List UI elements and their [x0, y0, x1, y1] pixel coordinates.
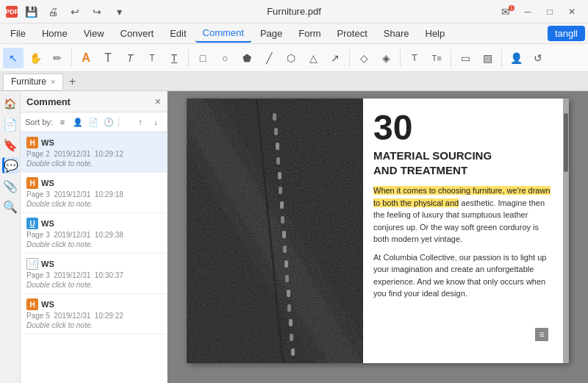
- menu-convert[interactable]: Convert: [113, 25, 162, 42]
- comment-row: H WS: [26, 177, 161, 189]
- line-tool[interactable]: ╱: [259, 48, 279, 68]
- sort-time-icon[interactable]: 🕐: [102, 115, 115, 129]
- pdf-heading: MATERIAL SOURCINGAND TREATMENT: [373, 148, 553, 177]
- app-icon: PDF: [6, 6, 18, 18]
- sort-page-icon[interactable]: 📄: [87, 115, 100, 129]
- quick-access-btn[interactable]: ▾: [110, 4, 128, 19]
- panel-header: Comment ×: [21, 91, 167, 112]
- comment-row: H WS: [26, 298, 161, 310]
- undo-btn[interactable]: ↩: [66, 4, 84, 19]
- search-sidebar-icon[interactable]: 🔍: [2, 198, 18, 215]
- menu-help[interactable]: Help: [418, 25, 453, 42]
- menu-home[interactable]: Home: [35, 25, 75, 42]
- highlight-text-tool[interactable]: A: [76, 48, 96, 68]
- hand-tool[interactable]: ✋: [25, 48, 46, 68]
- sep2: [188, 49, 189, 67]
- redo-btn[interactable]: ↪: [88, 4, 106, 19]
- tab-furniture[interactable]: Furniture ×: [3, 74, 63, 90]
- comment-item[interactable]: U WS Page 3 2019/12/31 10:29:38 Double c…: [21, 213, 167, 254]
- text-tool-3[interactable]: T: [142, 48, 162, 68]
- signature-tool[interactable]: 👤: [506, 48, 526, 68]
- comment-badge: H: [26, 298, 38, 310]
- attachment-icon[interactable]: 📎: [2, 178, 18, 194]
- menu-protect[interactable]: Protect: [330, 25, 375, 42]
- comment-badge: H: [26, 177, 38, 189]
- menu-edit[interactable]: Edit: [162, 25, 193, 42]
- comment-badge: 📄: [26, 258, 38, 270]
- comment-hint: Double click to note.: [26, 200, 161, 208]
- pages-icon[interactable]: 📄: [2, 116, 18, 132]
- sep1: [71, 49, 72, 67]
- comment-item[interactable]: H WS Page 3 2019/12/31 10:29:18 Double c…: [21, 173, 167, 213]
- menu-comment[interactable]: Comment: [196, 24, 251, 43]
- maximize-btn[interactable]: □: [539, 4, 560, 20]
- home-icon[interactable]: 🏠: [2, 96, 18, 112]
- export-up-btn[interactable]: ↑: [134, 115, 147, 129]
- comment-user: WS: [41, 219, 54, 228]
- text-tool-2[interactable]: T: [120, 48, 140, 68]
- ellipse-tool[interactable]: ○: [215, 48, 235, 68]
- rect-tool[interactable]: □: [193, 48, 213, 68]
- comment-item[interactable]: 📄 WS Page 3 2019/12/31 10:30:37 Double c…: [21, 254, 167, 294]
- edit-tool[interactable]: ✏: [47, 48, 68, 68]
- triangle-tool[interactable]: △: [303, 48, 323, 68]
- menu-form[interactable]: Form: [291, 25, 328, 42]
- pdf-content-area[interactable]: 30 MATERIAL SOURCINGAND TREATMENT When i…: [168, 91, 588, 383]
- comment-row: H WS: [26, 137, 161, 148]
- comment-hint: Double click to note.: [26, 240, 161, 248]
- callout-tool[interactable]: T≡: [426, 48, 447, 68]
- pdf-scroll-thumb[interactable]: [564, 113, 568, 172]
- comment-user: WS: [41, 179, 54, 187]
- sort-divider: [118, 117, 119, 127]
- tab-close-btn[interactable]: ×: [51, 77, 55, 86]
- bookmark-icon[interactable]: 🔖: [2, 137, 18, 153]
- measure-tool[interactable]: ▭: [455, 48, 476, 68]
- pdf-page-number: 30: [373, 110, 553, 146]
- hexagon-tool[interactable]: ⬡: [281, 48, 301, 68]
- user-button[interactable]: tangll: [548, 26, 585, 41]
- arrow-tool[interactable]: ↗: [325, 48, 345, 68]
- comment-icon[interactable]: 💬: [2, 157, 18, 173]
- comment-panel: Comment × Sort by: ≡ 👤 📄 🕐 ↑ ↓ H WS: [21, 91, 168, 383]
- typewriter-tool[interactable]: T: [404, 48, 425, 68]
- sort-list-icon[interactable]: ≡: [56, 115, 69, 129]
- comment-badge: H: [26, 137, 38, 148]
- rotate-tool[interactable]: ↺: [528, 48, 548, 68]
- email-icon[interactable]: ✉ 1: [495, 4, 516, 20]
- sort-user-icon[interactable]: 👤: [71, 115, 85, 129]
- text-tool-4[interactable]: T: [164, 48, 184, 68]
- tab-add-btn[interactable]: +: [65, 74, 79, 89]
- export-down-btn[interactable]: ↓: [149, 115, 162, 129]
- comment-item[interactable]: H WS Page 2 2019/12/31 10:29:12 Double c…: [21, 132, 167, 173]
- area-tool[interactable]: ▨: [477, 48, 498, 68]
- polygon-tool[interactable]: ⬟: [237, 48, 257, 68]
- close-btn[interactable]: ✕: [562, 4, 582, 20]
- menu-view[interactable]: View: [76, 25, 112, 42]
- comment-user: WS: [41, 138, 54, 147]
- diamond-tool[interactable]: ◇: [354, 48, 374, 68]
- panel-close-btn[interactable]: ×: [155, 96, 161, 107]
- menu-file[interactable]: File: [3, 25, 33, 42]
- save-btn[interactable]: 💾: [22, 4, 40, 19]
- pdf-scrollbar[interactable]: [563, 99, 569, 363]
- comment-badge: U: [26, 218, 38, 229]
- comment-hint: Double click to note.: [26, 160, 161, 168]
- comment-hint: Double click to note.: [26, 321, 161, 329]
- text-tool-1[interactable]: T: [98, 48, 118, 68]
- select-tool[interactable]: ↖: [3, 48, 24, 68]
- sort-label: Sort by:: [25, 118, 53, 126]
- minimize-btn[interactable]: ─: [517, 4, 538, 20]
- sort-bar: Sort by: ≡ 👤 📄 🕐 ↑ ↓: [21, 112, 167, 132]
- sep4: [400, 49, 401, 67]
- stamp-tool[interactable]: ◈: [376, 48, 396, 68]
- main-area: 🏠 📄 🔖 💬 📎 🔍 Comment × Sort by: ≡ 👤 📄 🕐 ↑…: [0, 91, 588, 383]
- menu-page[interactable]: Page: [253, 25, 290, 42]
- comment-item[interactable]: H WS Page 5 2019/12/31 10:29:22 Double c…: [21, 294, 167, 334]
- comment-hint: Double click to note.: [26, 281, 161, 289]
- print-btn[interactable]: 🖨: [44, 4, 62, 19]
- sep6: [501, 49, 502, 67]
- comment-user: WS: [41, 259, 54, 268]
- menu-share[interactable]: Share: [376, 25, 417, 42]
- panel-title: Comment: [26, 96, 71, 107]
- comment-meta: Page 3 2019/12/31 10:30:37: [26, 271, 161, 279]
